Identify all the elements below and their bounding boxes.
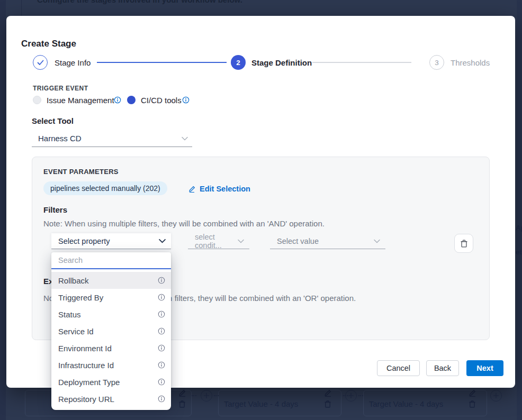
edit-selection-label: Edit Selection xyxy=(200,185,250,193)
dropdown-item-label: Deployment Type xyxy=(58,378,120,387)
radio-issue-management[interactable] xyxy=(33,96,41,104)
info-icon[interactable] xyxy=(158,311,165,318)
connector-dash xyxy=(214,395,219,396)
radio-cicd-tools[interactable] xyxy=(127,96,136,104)
edit-icon xyxy=(178,389,186,399)
step-thresholds[interactable]: 3 xyxy=(429,55,444,70)
background-card-label: Target Value - 4 days xyxy=(369,399,444,408)
info-icon[interactable] xyxy=(158,395,165,403)
select-tool-label: Select Tool xyxy=(32,116,74,125)
filters-title: Filters xyxy=(43,205,67,214)
dropdown-item-label: Rollback xyxy=(58,276,89,285)
trash-icon xyxy=(324,400,331,410)
trash-icon xyxy=(178,400,186,410)
connector-dash xyxy=(192,395,196,396)
next-button[interactable]: Next xyxy=(466,360,503,376)
edit-icon xyxy=(188,185,196,193)
property-dropdown-menu: Rollback Triggered By Status Service Id … xyxy=(51,252,171,410)
info-icon[interactable] xyxy=(158,327,165,335)
modal-title: Create Stage xyxy=(21,39,76,49)
connector-dash xyxy=(358,395,363,396)
chevron-down-icon xyxy=(182,136,188,141)
info-icon[interactable] xyxy=(158,378,165,386)
cancel-button[interactable]: Cancel xyxy=(377,360,420,376)
step-stage-info[interactable] xyxy=(33,55,48,70)
back-button[interactable]: Back xyxy=(426,360,459,376)
add-stage-icon xyxy=(345,390,357,401)
pipelines-selection-chip: pipelines selected manually (202) xyxy=(43,181,167,195)
event-parameters-title: EVENT PARAMETERS xyxy=(43,168,119,176)
filters-note: Note: When using multiple filters, they … xyxy=(43,219,325,228)
background-sidebar xyxy=(0,0,6,420)
chevron-down-icon xyxy=(374,239,380,243)
screen: Configure the stages involved in your wo… xyxy=(0,0,522,420)
dropdown-item-deployment-type[interactable]: Deployment Type xyxy=(51,373,171,390)
filter-condition-placeholder: select condit... xyxy=(195,233,238,250)
dropdown-item-label: Service Id xyxy=(58,327,94,336)
step-label-stage-info: Stage Info xyxy=(55,58,91,67)
filter-value-placeholder: Select value xyxy=(277,237,319,245)
dropdown-item-status[interactable]: Status xyxy=(51,306,171,323)
step-label-stage-definition: Stage Definition xyxy=(251,58,312,67)
radio-label-issue-management: Issue Management xyxy=(47,96,114,105)
info-icon[interactable] xyxy=(158,294,165,301)
background-card-label: Target Value - 4 days xyxy=(224,399,299,408)
trash-icon xyxy=(469,400,476,410)
dropdown-item-label: Infrastructure Id xyxy=(58,361,114,370)
filter-property-placeholder: Select property xyxy=(58,237,110,245)
info-icon[interactable] xyxy=(158,361,165,369)
delete-filter-button[interactable] xyxy=(454,234,473,253)
dropdown-item-service-id[interactable]: Service Id xyxy=(51,323,171,340)
add-stage-icon xyxy=(201,390,212,401)
search-input[interactable] xyxy=(58,256,164,264)
dropdown-item-rollback[interactable]: Rollback xyxy=(51,272,171,289)
trigger-event-label: TRIGGER EVENT xyxy=(33,85,88,92)
select-tool-dropdown[interactable]: Harness CD xyxy=(32,130,192,147)
info-icon[interactable] xyxy=(158,344,165,352)
background-text-fragment: et xyxy=(516,248,522,256)
dropdown-item-repository-url[interactable]: Repository URL xyxy=(51,390,171,407)
dropdown-item-infrastructure-id[interactable]: Infrastructure Id xyxy=(51,357,171,373)
filter-condition-select[interactable]: select condit... xyxy=(188,233,249,249)
filter-property-select[interactable]: Select property xyxy=(51,233,171,249)
dropdown-list: Rollback Triggered By Status Service Id … xyxy=(51,269,171,407)
background-banner-text: Configure the stages involved in your wo… xyxy=(37,0,242,4)
chevron-down-icon xyxy=(159,239,166,243)
info-icon[interactable] xyxy=(158,277,165,284)
background-divider xyxy=(21,0,22,16)
step-label-thresholds: Thresholds xyxy=(451,58,490,67)
dropdown-item-label: Environment Id xyxy=(58,344,112,353)
select-tool-value: Harness CD xyxy=(38,134,82,143)
dropdown-item-label: Repository URL xyxy=(58,395,114,404)
edit-selection-link[interactable]: Edit Selection xyxy=(188,182,250,195)
info-icon[interactable] xyxy=(182,96,190,106)
step-stage-definition[interactable]: 2 xyxy=(231,55,246,70)
add-stage-icon xyxy=(490,390,502,401)
stepper-connector-upcoming xyxy=(312,62,411,63)
edit-icon xyxy=(324,389,332,399)
trash-icon xyxy=(460,239,468,248)
background-text-fragment: Ap xyxy=(516,224,522,232)
info-icon[interactable] xyxy=(114,96,121,106)
dropdown-item-triggered-by[interactable]: Triggered By xyxy=(51,289,171,306)
chevron-down-icon xyxy=(238,239,244,243)
edit-icon xyxy=(469,389,476,399)
dropdown-search[interactable] xyxy=(51,252,171,269)
dropdown-item-environment-id[interactable]: Environment Id xyxy=(51,340,171,357)
radio-label-cicd-tools: CI/CD tools xyxy=(141,96,182,105)
background-right-panel xyxy=(517,0,522,420)
check-icon xyxy=(37,60,44,66)
filter-value-select[interactable]: Select value xyxy=(270,233,385,249)
dropdown-item-label: Triggered By xyxy=(58,293,103,302)
dropdown-item-label: Status xyxy=(58,310,81,319)
stepper-connector-completed xyxy=(97,62,227,63)
